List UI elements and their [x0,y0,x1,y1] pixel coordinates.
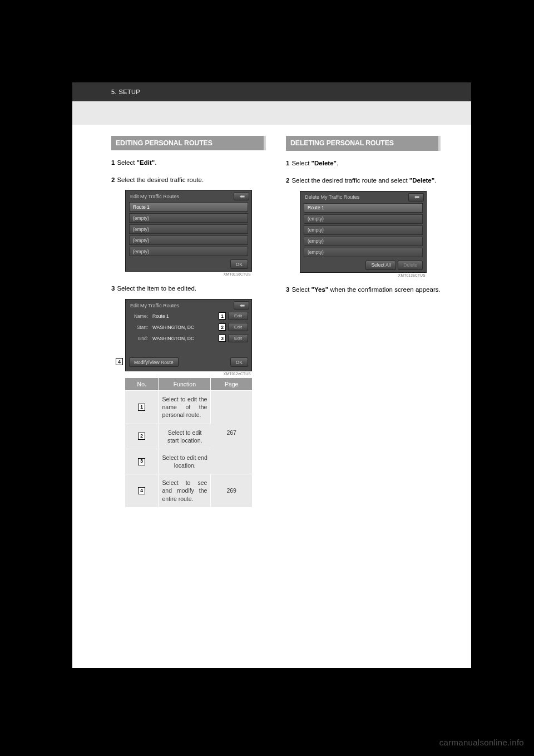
callout-box: 3 [138,458,145,465]
field-label: Start: [129,325,148,330]
field-value: WASHINGTON, DC [150,325,215,330]
back-button[interactable] [234,192,249,200]
step-text: when the confirmation screen appears. [328,286,440,293]
ok-button[interactable]: OK [230,357,248,367]
step-number: 3 [286,286,289,293]
detail-row-name: Name: Route 1 1 Edit [129,311,248,321]
edit-button[interactable]: Edit [228,323,248,331]
field-value: WASHINGTON, DC [150,336,215,341]
callout-box: 3 [219,335,226,342]
route-row[interactable]: Route 1 [304,203,423,213]
field-value: Route 1 [150,313,215,319]
step-number: 1 [286,160,289,166]
step-text: Select the item to be edited. [117,285,196,292]
step-text-bold: "Delete" [312,160,337,166]
edit-button[interactable]: Edit [228,312,248,320]
field-label: End: [129,336,148,341]
step-number: 2 [286,177,289,184]
step-text: Select [291,160,311,166]
route-row-empty[interactable]: (empty) [304,214,423,224]
page-ref: 269 [211,474,252,507]
function-text: Select to edit the name of the personal … [159,391,211,424]
table-row: 4 Select to see and modify the entire ro… [125,474,252,507]
route-row-empty[interactable]: (empty) [129,213,248,223]
image-code: XMT012eCTUS [125,371,252,376]
detail-row-start: Start: WASHINGTON, DC 2 Edit [129,322,248,332]
screenshot-edit-detail: Edit My Traffic Routes Name: Route 1 1 E… [125,299,252,371]
step-text: . [337,160,338,166]
route-row-empty[interactable]: (empty) [304,237,423,246]
function-text: Select to see and modify the entire rout… [159,474,211,507]
field-label: Name: [129,313,148,319]
back-button[interactable] [234,301,249,310]
function-table: No. Function Page 1 Select to edit the n… [125,378,252,507]
mock-title: Edit My Traffic Routes [130,303,179,308]
function-text: Select to edit start location. [159,424,211,449]
callout-box: 4 [138,487,145,494]
section-title-deleting: DELETING PERSONAL ROUTES [286,136,441,151]
mock-footer: Select All Delete [300,259,426,272]
table-header-no: No. [125,378,159,391]
table-header-page: Page [211,378,252,391]
section-title-editing: EDITING PERSONAL ROUTES [111,136,266,150]
mock-footer: OK [126,258,251,271]
mock-title: Edit My Traffic Routes [130,194,179,199]
mock-footer: 4 Modify/View Route OK [126,356,251,369]
callout-box: 1 [138,404,145,411]
watermark: carmanualsonline.info [439,738,524,747]
delete-button[interactable]: Delete [398,261,423,270]
image-code: XMT011eCTUS [125,272,252,276]
right-column: DELETING PERSONAL ROUTES 1Select "Delete… [286,136,441,507]
mock-screen: Edit My Traffic Routes Name: Route 1 1 E… [125,299,252,371]
chapter-header: 5. SETUP [72,82,471,101]
columns: EDITING PERSONAL ROUTES 1Select "Edit". … [72,125,471,507]
step-text: Select the desired traffic route. [117,176,204,183]
mock-title: Delete My Traffic Routes [305,194,359,200]
right-step-2: 2Select the desired traffic route and se… [286,176,441,185]
right-step-1: 1Select "Delete". [286,159,441,168]
route-row-empty[interactable]: (empty) [129,235,248,245]
detail-row-end: End: WASHINGTON, DC 3 Edit [129,333,248,343]
step-text: Select the desired traffic route and sel… [291,177,409,184]
manual-page: 5. SETUP EDITING PERSONAL ROUTES 1Select… [72,82,471,668]
table-row: 1 Select to edit the name of the persona… [125,391,252,424]
step-text-bold: "Delete" [409,177,434,184]
route-row[interactable]: Route 1 [129,202,248,212]
step-number: 1 [111,159,115,166]
route-row-empty[interactable]: (empty) [129,224,248,234]
mock-titlebar: Delete My Traffic Routes [300,192,426,203]
left-step-3: 3Select the item to be edited. [111,284,266,293]
callout-box: 4 [116,358,123,365]
subheader [72,101,471,125]
route-row-empty[interactable]: (empty) [304,248,423,257]
step-text-bold: "Yes" [312,286,329,293]
edit-button[interactable]: Edit [228,334,248,342]
mock-screen: Edit My Traffic Routes Route 1 (empty) (… [125,190,252,272]
table-header-function: Function [159,378,211,391]
step-number: 3 [111,285,115,292]
ok-button[interactable]: OK [230,259,248,269]
step-text: . [155,159,156,166]
modify-view-route-button[interactable]: Modify/View Route [129,357,179,367]
screenshot-edit-list: Edit My Traffic Routes Route 1 (empty) (… [125,190,252,272]
callout-box: 1 [219,312,226,320]
screenshot-delete-list: Delete My Traffic Routes Route 1 (empty)… [300,191,427,273]
back-button[interactable] [408,193,424,202]
mock-titlebar: Edit My Traffic Routes [126,190,251,202]
route-row-empty[interactable]: (empty) [304,225,423,235]
step-text: Select [291,286,311,293]
right-step-3: 3Select "Yes" when the confirmation scre… [286,285,441,294]
step-text-bold: "Edit" [137,159,155,166]
mock-titlebar: Edit My Traffic Routes [126,300,251,311]
step-number: 2 [111,176,115,183]
step-text: . [434,177,436,184]
callout-box: 2 [219,323,226,331]
route-row-empty[interactable]: (empty) [129,247,248,256]
select-all-button[interactable]: Select All [365,261,396,270]
mock-screen: Delete My Traffic Routes Route 1 (empty)… [300,191,427,273]
left-step-1: 1Select "Edit". [111,158,266,168]
function-text: Select to edit end location. [159,449,211,474]
left-column: EDITING PERSONAL ROUTES 1Select "Edit". … [111,136,266,507]
callout-box: 2 [138,433,145,440]
image-code: XMT013eCTUS [300,273,427,277]
